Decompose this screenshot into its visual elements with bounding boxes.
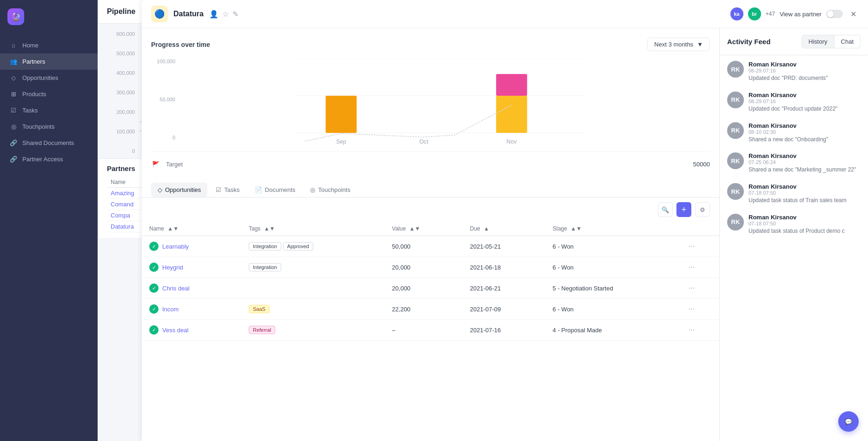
more-options-button[interactable]: ··· <box>689 305 695 313</box>
sidebar-item-partners[interactable]: 👥 Partners <box>0 53 98 70</box>
activity-list: RK Roman Kirsanov 08-29 07:16 Updated do… <box>720 55 868 441</box>
tab-touchpoints[interactable]: ◎ Touchpoints <box>304 183 357 197</box>
home-icon: ⌂ <box>9 42 18 49</box>
activity-author: Roman Kirsanov <box>749 61 861 68</box>
cell-stage: 5 - Negotiation Started <box>545 278 682 299</box>
sidebar-item-label: Products <box>22 91 46 98</box>
opportunities-icon: ◇ <box>9 74 18 81</box>
activity-content: Roman Kirsanov 08-29 07:16 Updated doc "… <box>749 61 861 82</box>
logo-icon: 🔮 <box>7 8 24 25</box>
cell-actions: ··· <box>681 278 719 299</box>
table-toolbar: 🔍 + ⚙ <box>142 197 719 222</box>
table-row: ✓ Learnably Integration Approved 50,000 … <box>142 236 719 257</box>
svg-rect-3 <box>325 96 357 133</box>
cell-value: 22,200 <box>384 299 463 320</box>
cell-stage: 6 - Won <box>545 236 682 257</box>
top-bar: 🔵 Datatura 👤 ☆ ✎ ka br +47 View as partn… <box>142 0 868 28</box>
svg-text:Oct: Oct <box>419 138 429 145</box>
cell-due: 2021-07-16 <box>463 320 545 341</box>
more-options-button[interactable]: ··· <box>689 284 695 292</box>
sidebar-item-shared-documents[interactable]: 🔗 Shared Documents <box>0 135 98 151</box>
tab-tasks[interactable]: ☑ Tasks <box>209 183 246 197</box>
opportunity-name[interactable]: Heygrid <box>162 264 183 271</box>
avatar: RK <box>727 122 744 139</box>
chart-section: Progress over time Next 3 months ▼ 100,0… <box>142 28 719 177</box>
sidebar: 🔮 ⌂ Home 👥 Partners ◇ Opportunities ⊞ Pr… <box>0 0 98 441</box>
opportunity-name[interactable]: Learnably <box>162 243 189 250</box>
sidebar-item-home[interactable]: ⌂ Home <box>0 37 98 53</box>
sidebar-logo: 🔮 <box>0 0 98 33</box>
check-icon: ✓ <box>149 304 159 314</box>
svg-text:Nov: Nov <box>507 138 517 145</box>
pipeline-title: Pipeline <box>107 7 135 16</box>
sidebar-item-tasks[interactable]: ☑ Tasks <box>0 102 98 118</box>
toggle-switch[interactable] <box>826 10 843 18</box>
time-filter-button[interactable]: Next 3 months ▼ <box>647 38 710 51</box>
sidebar-item-label: Touchpoints <box>22 123 54 130</box>
shared-docs-icon: 🔗 <box>9 139 18 146</box>
view-as-partner-button[interactable]: View as partner <box>780 11 822 18</box>
cell-actions: ··· <box>681 320 719 341</box>
cell-tags: Integration <box>241 257 384 278</box>
activity-time: 08-29 07:16 <box>749 68 861 73</box>
activity-content: Roman Kirsanov 08-10 02:30 Shared a new … <box>749 122 861 144</box>
sidebar-item-products[interactable]: ⊞ Products <box>0 86 98 102</box>
cell-stage: 6 - Won <box>545 299 682 320</box>
opportunities-table-section: Name ▲▼ Tags ▲▼ Value ▲▼ Due ▲ Stage ▲▼ … <box>142 222 719 441</box>
activity-text: Updated task status of Train sales team <box>749 197 861 204</box>
col-stage[interactable]: Stage ▲▼ <box>545 222 682 236</box>
table-row: ✓ Heygrid Integration 20,000 2021-06-18 … <box>142 257 719 278</box>
star-icon[interactable]: ☆ <box>222 10 229 19</box>
chat-fab-button[interactable]: 💬 <box>838 411 859 432</box>
cell-due: 2021-06-18 <box>463 257 545 278</box>
opportunity-name[interactable]: Vess deal <box>162 327 188 334</box>
edit-icon[interactable]: ✎ <box>232 10 239 19</box>
cell-due: 2021-05-21 <box>463 236 545 257</box>
col-due[interactable]: Due ▲ <box>463 222 545 236</box>
tab-history[interactable]: History <box>802 35 834 48</box>
person-icon[interactable]: 👤 <box>209 10 219 19</box>
search-button[interactable]: 🔍 <box>658 202 673 217</box>
activity-author: Roman Kirsanov <box>749 152 861 159</box>
add-button[interactable]: + <box>676 202 691 217</box>
main-content: Pipeline 600,000 500,000 400,000 300,000… <box>98 0 868 441</box>
tag-referral: Referral <box>249 326 275 334</box>
cell-name: ✓ Incom <box>142 299 241 320</box>
close-button[interactable]: ✕ <box>848 8 859 20</box>
tab-opportunities[interactable]: ◇ Opportunities <box>151 183 207 197</box>
legend-target: 🚩 Target 50000 <box>151 159 710 169</box>
check-icon: ✓ <box>149 242 159 251</box>
sidebar-item-partner-access[interactable]: 🔗 Partner Access <box>0 151 98 167</box>
tab-documents[interactable]: 📄 Documents <box>248 183 302 197</box>
tab-chat[interactable]: Chat <box>835 35 861 48</box>
col-tags[interactable]: Tags ▲▼ <box>241 222 384 236</box>
chevron-down-icon: ▼ <box>697 41 703 48</box>
cell-tags <box>241 278 384 299</box>
activity-text: Updated doc "Product update 2022" <box>749 105 861 113</box>
more-options-button[interactable]: ··· <box>689 326 695 334</box>
more-options-button[interactable]: ··· <box>689 242 695 250</box>
opportunity-name[interactable]: Chris deal <box>162 285 190 292</box>
content-area: Progress over time Next 3 months ▼ 100,0… <box>142 28 868 441</box>
sidebar-item-opportunities[interactable]: ◇ Opportunities <box>0 70 98 86</box>
sidebar-item-label: Shared Documents <box>22 139 74 146</box>
table-row: ✓ Vess deal Referral – 2021-07-16 4 - Pr… <box>142 320 719 341</box>
activity-text: Updated task status of Product demo c <box>749 227 861 235</box>
more-options-button[interactable]: ··· <box>689 263 695 271</box>
check-icon: ✓ <box>149 325 159 335</box>
activity-time: 08-29 07:16 <box>749 99 861 104</box>
filter-button[interactable]: ⚙ <box>695 202 710 217</box>
tag-approved: Approved <box>283 242 313 250</box>
activity-item: RK Roman Kirsanov 08-29 07:16 Updated do… <box>727 61 861 82</box>
col-value[interactable]: Value ▲▼ <box>384 222 463 236</box>
activity-text: Shared a new doc "Marketing _summer 22" <box>749 166 861 174</box>
opportunity-name[interactable]: Incom <box>162 306 179 313</box>
cell-due: 2021-07-09 <box>463 299 545 320</box>
cell-actions: ··· <box>681 299 719 320</box>
sidebar-item-touchpoints[interactable]: ◎ Touchpoints <box>0 118 98 135</box>
avatar-ka: ka <box>730 7 743 20</box>
documents-tab-icon: 📄 <box>255 186 262 193</box>
cell-due: 2021-06-21 <box>463 278 545 299</box>
col-name[interactable]: Name ▲▼ <box>142 222 241 236</box>
opportunities-table: Name ▲▼ Tags ▲▼ Value ▲▼ Due ▲ Stage ▲▼ … <box>142 222 719 341</box>
